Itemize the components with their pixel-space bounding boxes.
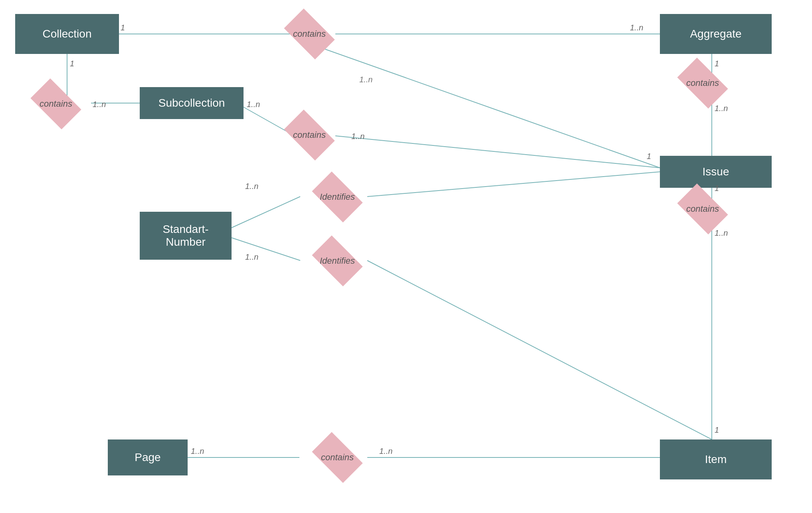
diamond-contains-left: contains <box>24 88 88 120</box>
entity-aggregate: Aggregate <box>660 14 772 54</box>
svg-line-11 <box>232 197 300 228</box>
card-16: 1..n <box>191 447 204 456</box>
card-8: 1..n <box>351 132 364 141</box>
diamond-contains-top: contains <box>277 17 341 51</box>
card-15: 1 <box>715 426 719 435</box>
card-6: 1..n <box>715 104 728 113</box>
card-13: 1..n <box>245 182 258 191</box>
entity-item: Item <box>660 439 772 479</box>
card-5: 1 <box>715 59 719 68</box>
card-12: 1..n <box>715 229 728 238</box>
diamond-identifies-bot: Identifies <box>301 244 373 278</box>
diamond-identifies-top: Identifies <box>301 180 373 214</box>
diamond-contains-right: contains <box>671 67 735 99</box>
diagram-container: Collection Aggregate Subcollection Issue… <box>0 0 812 513</box>
card-9: 1..n <box>359 75 372 84</box>
svg-line-12 <box>367 172 660 197</box>
entity-subcollection: Subcollection <box>140 87 244 119</box>
entity-issue: Issue <box>660 156 772 188</box>
card-10: 1 <box>647 152 651 161</box>
diamond-contains-issue: contains <box>671 193 735 225</box>
svg-line-14 <box>367 260 712 439</box>
card-14: 1..n <box>245 253 258 262</box>
diamond-contains-bottom: contains <box>301 439 373 475</box>
card-3: 1 <box>70 59 74 68</box>
card-4: 1..n <box>93 100 106 109</box>
svg-line-13 <box>232 238 300 260</box>
diamond-contains-mid: contains <box>277 118 341 152</box>
card-1: 1 <box>121 23 125 32</box>
card-7: 1..n <box>247 100 260 109</box>
entity-collection: Collection <box>15 14 119 54</box>
entity-page: Page <box>108 439 188 475</box>
entity-standart-number: Standart- Number <box>140 212 232 260</box>
card-11: 1 <box>715 184 719 193</box>
card-2: 1..n <box>630 23 643 32</box>
card-17: 1..n <box>379 447 392 456</box>
svg-line-6 <box>319 47 660 168</box>
svg-line-8 <box>335 136 660 168</box>
